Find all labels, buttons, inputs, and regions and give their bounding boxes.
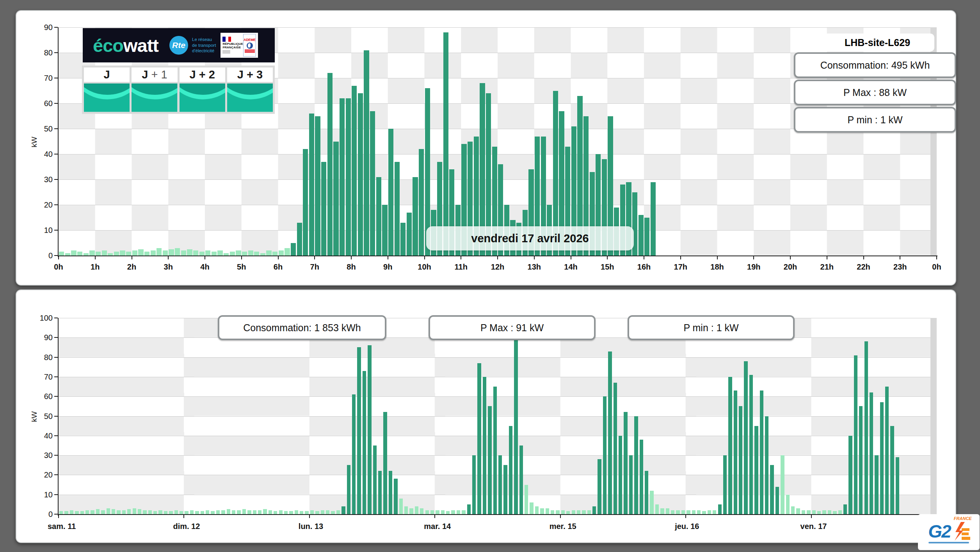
government-logos: RÉPUBLIQUE FRANÇAISE ADEME (221, 33, 258, 58)
week-bar (592, 506, 596, 514)
week-bar (457, 510, 460, 514)
week-y-axis-title: kW (30, 411, 39, 422)
day-bar (163, 250, 168, 256)
ecowatt-gauge-image (180, 83, 225, 112)
day-bar (242, 252, 247, 256)
week-bar (838, 510, 842, 514)
republique-francaise-logo: RÉPUBLIQUE FRANÇAISE (222, 37, 243, 54)
week-bar (253, 510, 256, 514)
week-bar (702, 511, 706, 514)
week-bar (107, 508, 110, 514)
day-bar (400, 223, 406, 256)
day-x-tick (168, 256, 169, 259)
day-bar (321, 162, 326, 256)
week-bar (525, 485, 528, 514)
week-bar (655, 504, 659, 514)
day-bar (309, 114, 314, 256)
day-bar (120, 250, 125, 256)
week-bar (817, 511, 821, 514)
gridline-40 (59, 436, 937, 436)
week-x-tick (434, 515, 435, 518)
day-y-tick-label: 0 (29, 251, 53, 260)
week-bar (608, 351, 612, 514)
day-bar (212, 252, 217, 256)
week-bar (660, 508, 664, 514)
day-button-j[interactable]: J (84, 67, 130, 112)
week-bar (718, 504, 722, 514)
week-bar (708, 510, 711, 514)
day-y-tick (54, 78, 58, 78)
week-bar (247, 510, 251, 514)
day-x-tick (205, 256, 205, 259)
week-bar (760, 390, 763, 514)
day-y-tick (54, 179, 58, 180)
day-bar (248, 250, 253, 256)
day-x-tick (936, 256, 937, 259)
day-x-tick (863, 256, 864, 259)
day-bar (443, 32, 448, 256)
day-button-j-plus-3[interactable]: J + 3 (227, 67, 273, 112)
week-y-tick-label: 70 (29, 373, 53, 382)
week-y-tick (54, 455, 58, 456)
week-bar (64, 511, 68, 514)
week-y-tick-label: 20 (29, 470, 53, 479)
week-bar (754, 426, 758, 514)
week-bar (629, 455, 633, 514)
day-bar (346, 98, 351, 256)
week-bar (713, 510, 716, 514)
day-bar (169, 249, 174, 256)
day-x-tick-label: 13h (517, 263, 552, 272)
day-bar (644, 218, 649, 256)
week-bar (242, 509, 246, 514)
week-bar (420, 508, 423, 514)
day-bar (639, 215, 644, 256)
day-x-tick (607, 256, 608, 259)
week-y-tick-label: 0 (29, 510, 53, 519)
day-chart-y-axis (58, 27, 59, 257)
week-bar (315, 511, 319, 514)
day-button-j-plus-2[interactable]: J + 2 (180, 67, 225, 112)
week-bar (101, 510, 105, 514)
day-consumption-box: Consommation: 495 kWh (794, 52, 956, 78)
week-bar (556, 510, 559, 514)
day-bar (181, 250, 186, 256)
week-bar (279, 510, 283, 514)
day-button-j-plus-1[interactable]: J + 1 (132, 67, 177, 112)
day-pmax-box: P Max : 88 kW (794, 80, 956, 105)
day-x-tick-label: 22h (846, 263, 881, 272)
week-bar (687, 510, 690, 514)
week-bar (185, 511, 188, 514)
day-x-tick (388, 256, 388, 259)
day-bar (89, 250, 94, 256)
week-bar (326, 510, 329, 514)
week-bar (786, 495, 790, 514)
week-y-tick (54, 435, 58, 436)
week-bar (284, 511, 288, 514)
week-bar (796, 508, 800, 514)
week-x-tick-label: sam. 11 (48, 522, 94, 531)
week-bar (791, 506, 795, 514)
week-bar (614, 383, 617, 514)
week-pmin-box: P min : 1 kW (628, 315, 795, 340)
week-bar (765, 416, 768, 515)
week-bar (775, 487, 779, 514)
week-bar (896, 457, 899, 514)
week-consumption-box: Consommation: 1 853 kWh (218, 315, 386, 340)
day-x-tick-label: 23h (882, 263, 918, 272)
week-bar (59, 511, 63, 514)
day-x-tick (900, 256, 900, 259)
rte-caption: Le réseau de transport d'électricité (192, 37, 216, 53)
day-bar (364, 50, 369, 256)
day-y-tick (54, 128, 58, 129)
week-x-tick (183, 515, 184, 518)
day-x-tick (534, 256, 535, 259)
week-bar (864, 341, 868, 514)
ecowatt-logo: écowatt (93, 35, 158, 56)
week-y-tick-label: 90 (29, 333, 53, 342)
week-bar (503, 465, 507, 514)
day-x-tick-label: 12h (480, 263, 515, 272)
week-y-tick-label: 100 (29, 314, 53, 323)
day-bar (407, 213, 412, 256)
day-x-tick (58, 256, 59, 259)
week-bar (870, 392, 873, 514)
